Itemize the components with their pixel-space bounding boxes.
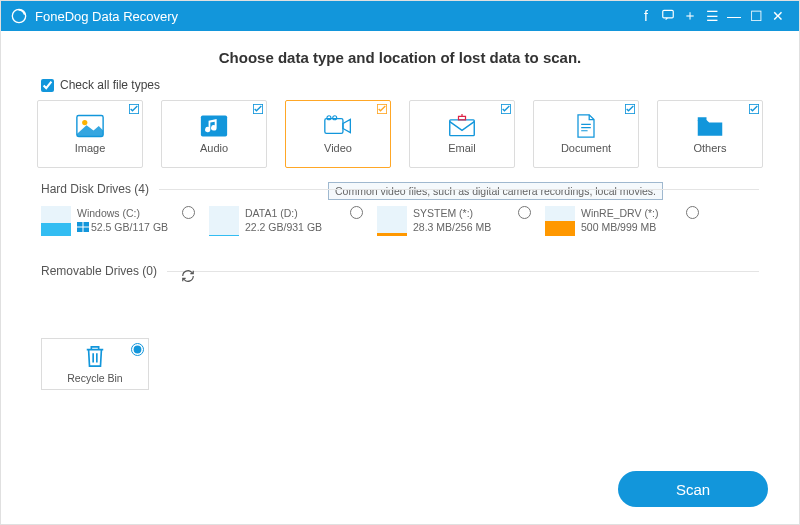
type-card-audio[interactable]: Audio [161, 100, 267, 168]
recycle-radio[interactable] [131, 343, 144, 356]
drive-item[interactable]: WinRE_DRV (*:) 500 MB/999 MB [545, 206, 713, 236]
check-all-types-checkbox[interactable] [41, 79, 54, 92]
drive-name: SYSTEM (*:) [413, 206, 491, 220]
audio-icon [200, 114, 228, 138]
minimize-icon[interactable]: — [723, 8, 745, 24]
checkbox-icon[interactable] [625, 104, 635, 114]
type-card-video[interactable]: Video [285, 100, 391, 168]
svg-rect-17 [84, 222, 90, 227]
removable-section: Removable Drives (0) [41, 264, 759, 322]
drive-meta: DATA1 (D:) 22.2 GB/931 GB [245, 206, 322, 234]
video-icon [324, 114, 352, 138]
hdd-section: Hard Disk Drives (4) Windows (C:) 52.5 G… [41, 182, 759, 250]
drive-radio[interactable] [518, 206, 531, 219]
drive-usage-icon [209, 206, 239, 236]
svg-rect-8 [325, 119, 343, 134]
drive-size: 28.3 MB/256 MB [413, 220, 491, 234]
drive-size: 500 MB/999 MB [581, 220, 658, 234]
checkbox-icon[interactable] [377, 104, 387, 114]
hdd-drive-list: Windows (C:) 52.5 GB/117 GB DATA1 (D:) 2… [41, 206, 759, 244]
svg-rect-19 [84, 228, 90, 233]
recycle-row: Recycle Bin [1, 332, 799, 390]
drive-meta: Windows (C:) 52.5 GB/117 GB [77, 206, 168, 234]
type-card-email[interactable]: Email [409, 100, 515, 168]
drive-item[interactable]: DATA1 (D:) 22.2 GB/931 GB [209, 206, 377, 236]
facebook-icon[interactable]: f [635, 8, 657, 24]
checkbox-icon[interactable] [253, 104, 263, 114]
drive-usage-icon [545, 206, 575, 236]
scan-button[interactable]: Scan [618, 471, 768, 507]
hdd-title: Hard Disk Drives (4) [41, 182, 159, 196]
recycle-label: Recycle Bin [67, 372, 122, 384]
trash-icon [84, 344, 106, 368]
app-title: FoneDog Data Recovery [35, 9, 635, 24]
drive-meta: SYSTEM (*:) 28.3 MB/256 MB [413, 206, 491, 234]
svg-rect-12 [450, 120, 475, 136]
drive-usage-icon [41, 206, 71, 236]
add-icon[interactable]: ＋ [679, 7, 701, 25]
drive-radio[interactable] [182, 206, 195, 219]
close-icon[interactable]: ✕ [767, 8, 789, 24]
drive-name: WinRE_DRV (*:) [581, 206, 658, 220]
drive-usage-icon [377, 206, 407, 236]
removable-title: Removable Drives (0) [41, 264, 167, 278]
drive-name: DATA1 (D:) [245, 206, 322, 220]
drive-meta: WinRE_DRV (*:) 500 MB/999 MB [581, 206, 658, 234]
type-card-others[interactable]: Others [657, 100, 763, 168]
svg-rect-15 [698, 117, 707, 121]
svg-point-4 [82, 120, 87, 125]
recycle-bin-card[interactable]: Recycle Bin [41, 338, 149, 390]
type-label: Audio [200, 142, 228, 154]
checkbox-icon[interactable] [129, 104, 139, 114]
drive-radio[interactable] [686, 206, 699, 219]
drive-name: Windows (C:) [77, 206, 168, 220]
svg-rect-16 [77, 222, 83, 227]
drive-radio[interactable] [350, 206, 363, 219]
drive-size: 22.2 GB/931 GB [245, 220, 322, 234]
type-card-image[interactable]: Image [37, 100, 143, 168]
type-label: Others [693, 142, 726, 154]
type-label: Image [75, 142, 106, 154]
page-heading: Choose data type and location of lost da… [1, 49, 799, 66]
type-label: Email [448, 142, 476, 154]
drive-item[interactable]: Windows (C:) 52.5 GB/117 GB [41, 206, 209, 236]
refresh-icon[interactable] [181, 269, 195, 283]
drive-size: 52.5 GB/117 GB [77, 220, 168, 234]
checkbox-icon[interactable] [501, 104, 511, 114]
type-label: Document [561, 142, 611, 154]
svg-rect-18 [77, 228, 83, 233]
folder-icon [696, 114, 724, 138]
type-card-document[interactable]: Document [533, 100, 639, 168]
menu-icon[interactable]: ☰ [701, 8, 723, 24]
drive-item[interactable]: SYSTEM (*:) 28.3 MB/256 MB [377, 206, 545, 236]
file-type-grid: Image Audio Video Email Document Others [1, 100, 799, 168]
check-all-types[interactable]: Check all file types [41, 78, 799, 92]
document-icon [572, 114, 600, 138]
feedback-icon[interactable] [657, 8, 679, 25]
svg-rect-1 [663, 10, 674, 18]
maximize-icon[interactable]: ☐ [745, 8, 767, 24]
checkbox-icon[interactable] [749, 104, 759, 114]
email-icon [448, 114, 476, 138]
check-all-types-label: Check all file types [60, 78, 160, 92]
app-logo-icon [11, 8, 27, 24]
image-icon [76, 114, 104, 138]
titlebar: FoneDog Data Recovery f ＋ ☰ — ☐ ✕ [1, 1, 799, 31]
type-label: Video [324, 142, 352, 154]
